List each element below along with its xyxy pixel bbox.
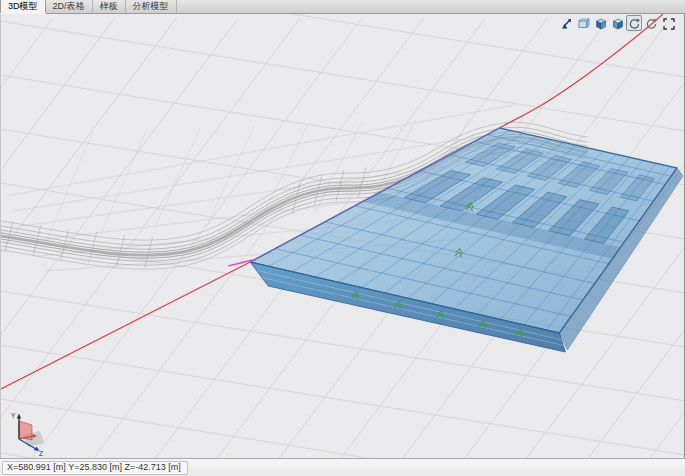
tab-template[interactable]: 样板 — [93, 0, 126, 13]
view-iso-b-icon — [611, 17, 624, 30]
view-tab-bar: 3D模型 2D/表格 样板 分析模型 — [0, 0, 685, 14]
orbit-toggle-icon — [628, 17, 641, 30]
y-axis-label: Y — [11, 412, 16, 419]
fit-view-button[interactable] — [558, 15, 574, 31]
orbit-icon — [645, 17, 658, 30]
status-bar: X=580.991 [m] Y=25.830 [m] Z=-42.713 [m] — [0, 458, 685, 476]
zoom-extents-icon — [662, 17, 675, 30]
tab-analysis-model[interactable]: 分析模型 — [126, 0, 177, 13]
fit-view-icon — [560, 17, 573, 30]
axis-triad[interactable]: Y Z — [5, 408, 49, 456]
view-toolbar — [558, 15, 676, 31]
view-iso-a-icon — [594, 17, 607, 30]
3d-viewport[interactable]: Y Z — [0, 14, 685, 459]
view-iso-b-button[interactable] — [609, 15, 625, 31]
view-iso-a-button[interactable] — [592, 15, 608, 31]
view-top-icon — [577, 17, 590, 30]
tab-3d-model[interactable]: 3D模型 — [0, 0, 46, 13]
y-axis-arrow — [17, 414, 21, 419]
zoom-extents-button[interactable] — [660, 15, 676, 31]
bridge-deck-model — [250, 128, 683, 352]
orbit-toggle-button[interactable] — [626, 15, 642, 31]
cursor-coordinates: X=580.991 [m] Y=25.830 [m] Z=-42.713 [m] — [2, 461, 188, 475]
view-top-button[interactable] — [575, 15, 591, 31]
3d-scene-canvas[interactable] — [1, 14, 684, 459]
tab-2d-tables[interactable]: 2D/表格 — [46, 0, 93, 13]
orbit-button[interactable] — [643, 15, 659, 31]
z-axis-label: Z — [39, 450, 43, 456]
